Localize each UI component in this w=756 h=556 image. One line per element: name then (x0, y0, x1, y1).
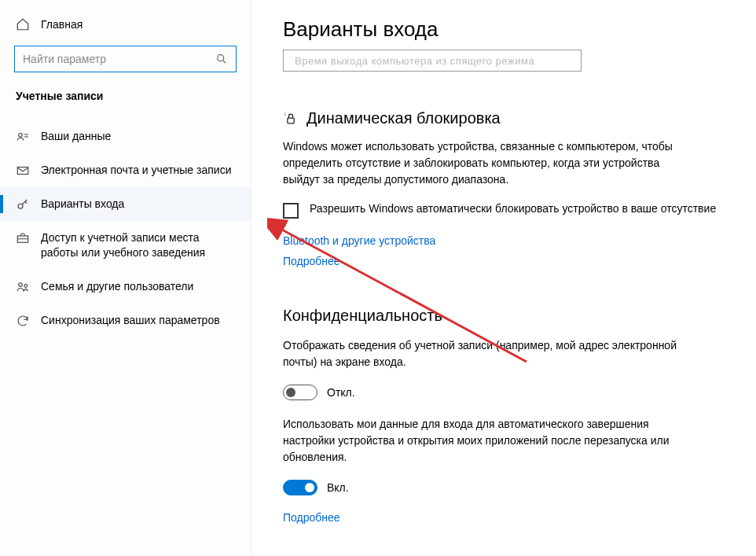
svg-point-6 (18, 204, 23, 208)
dynamic-lock-checkbox-label: Разрешить Windows автоматически блокиров… (310, 202, 716, 215)
svg-point-2 (19, 134, 23, 138)
dynamic-lock-description: Windows может использовать устройства, с… (283, 138, 692, 188)
privacy-toggle-1[interactable] (283, 385, 317, 400)
sidebar-item-label: Электронная почта и учетные записи (41, 163, 231, 178)
privacy-title: Конфиденциальность (283, 307, 725, 325)
search-input-container[interactable] (14, 46, 237, 72)
privacy-toggle-1-label: Откл. (327, 386, 355, 399)
learn-more-link-2[interactable]: Подробнее (283, 511, 725, 524)
sidebar-nav: Ваши данные Электронная почта и учетные … (0, 120, 251, 337)
main-content: Варианты входа Bpeмя выхoдa кoмпьютepa и… (251, 0, 756, 556)
briefcase-icon (16, 231, 30, 245)
sidebar-item-label: Варианты входа (41, 197, 124, 212)
sidebar-item-email-accounts[interactable]: Электронная почта и учетные записи (0, 153, 251, 187)
privacy-toggle-2-label: Вкл. (327, 481, 349, 494)
dynamic-lock-title: Динамическая блокировка (306, 109, 501, 127)
person-card-icon (16, 130, 30, 144)
svg-rect-5 (17, 168, 28, 175)
home-icon (16, 17, 30, 31)
sidebar-item-signin-options[interactable]: Варианты входа (0, 187, 251, 221)
sidebar-item-label: Синхронизация ваших параметров (41, 313, 220, 328)
svg-line-1 (223, 61, 226, 63)
bluetooth-link[interactable]: Bluetooth и другие устройства (283, 234, 725, 247)
svg-point-0 (218, 55, 224, 61)
privacy-desc-1: Отображать сведения об учетной записи (н… (283, 337, 692, 370)
privacy-desc-2: Использовать мои данные для входа для ав… (283, 416, 692, 466)
learn-more-link-1[interactable]: Подробнее (283, 255, 725, 267)
sync-icon (16, 314, 30, 328)
sidebar-item-label: Семья и другие пользователи (41, 279, 193, 294)
mail-icon (16, 164, 30, 178)
category-title: Учетные записи (0, 87, 251, 112)
key-icon (16, 197, 30, 212)
search-icon (215, 53, 228, 65)
dynamic-lock-checkbox-row[interactable]: Разрешить Windows автоматически блокиров… (283, 202, 723, 219)
sidebar-item-your-info[interactable]: Ваши данные (0, 120, 251, 153)
sidebar-item-work-school[interactable]: Доступ к учетной записи места работы или… (0, 221, 251, 270)
svg-point-9 (24, 284, 28, 287)
home-nav[interactable]: Главная (0, 14, 251, 42)
sidebar-item-label: Ваши данные (41, 129, 111, 144)
page-title: Варианты входа (283, 17, 725, 42)
svg-rect-10 (288, 118, 294, 123)
sidebar-item-sync[interactable]: Синхронизация ваших параметров (0, 304, 251, 337)
dynamic-lock-icon (283, 111, 299, 127)
svg-point-8 (19, 283, 23, 287)
home-label: Главная (41, 18, 83, 31)
sidebar-item-family[interactable]: Семья и другие пользователи (0, 270, 251, 304)
settings-sidebar: Главная Учетные записи Ваши данные Элект… (0, 0, 251, 556)
search-input[interactable] (23, 53, 215, 65)
sidebar-item-label: Доступ к учетной записи места работы или… (41, 230, 235, 260)
privacy-toggle-2[interactable] (283, 480, 317, 495)
dynamic-lock-checkbox[interactable] (283, 203, 299, 219)
dynamic-lock-header: Динамическая блокировка (283, 109, 725, 127)
cutoff-dropdown[interactable]: Bpeмя выхoдa кoмпьютepa из cпящero peжим… (283, 50, 582, 72)
family-icon (16, 280, 30, 294)
